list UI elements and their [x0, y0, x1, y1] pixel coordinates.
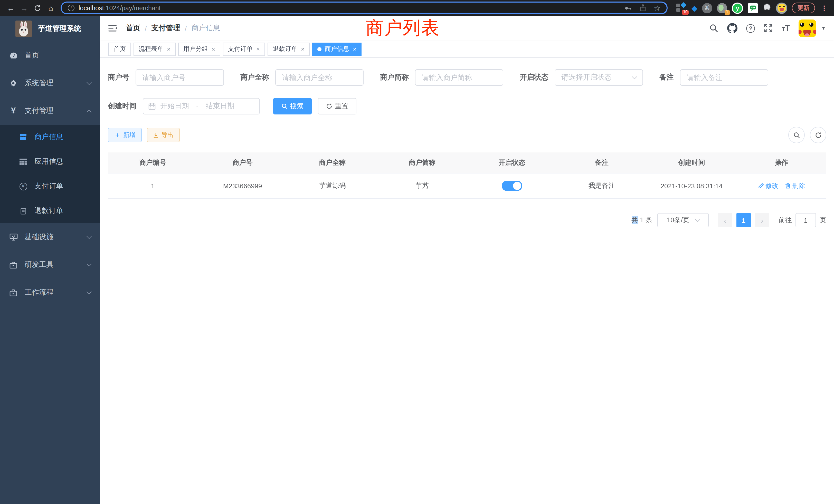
sidebar-item-workflow[interactable]: 工作流程 — [0, 279, 100, 306]
extension-badge: 10 — [682, 9, 689, 15]
next-page-button[interactable]: › — [755, 213, 769, 227]
url-bar[interactable]: i localhost:1024/pay/merchant ☆ — [61, 2, 668, 14]
edit-link[interactable]: 修改 — [758, 181, 778, 190]
tab-pay-order[interactable]: 支付订单× — [223, 42, 265, 56]
tab-home[interactable]: 首页 — [108, 42, 131, 56]
download-icon — [153, 132, 159, 138]
close-icon[interactable]: × — [301, 45, 305, 53]
sidebar-item-home[interactable]: 首页 — [0, 42, 100, 69]
chevron-down-icon — [695, 217, 700, 222]
start-date-placeholder: 开始日期 — [160, 101, 189, 111]
tab-process-form[interactable]: 流程表单× — [133, 42, 176, 56]
show-search-toggle-button[interactable] — [788, 127, 805, 143]
sidebar-item-dev-tools[interactable]: 研发工具 — [0, 251, 100, 279]
close-icon[interactable]: × — [167, 45, 171, 53]
tags-view-bar: 首页 流程表单× 用户分组× 支付订单× 退款订单× 商户信息× — [100, 41, 834, 58]
browser-forward-icon[interactable]: → — [19, 2, 30, 14]
goto-page-input[interactable]: 1 — [795, 213, 816, 227]
extensions-puzzle-icon[interactable] — [763, 4, 771, 12]
merchant-no-input[interactable] — [136, 69, 224, 86]
reset-button[interactable]: 重置 — [318, 98, 356, 114]
remark-input[interactable] — [680, 69, 768, 86]
sidebar-subitem-pay-order[interactable]: ¥ 支付订单 — [0, 174, 100, 199]
browser-chrome: ← → ⌂ i localhost:1024/pay/merchant ☆ — [0, 0, 834, 16]
site-info-icon[interactable]: i — [68, 5, 74, 11]
bookmark-star-icon[interactable]: ☆ — [654, 3, 661, 13]
extension-chat-icon[interactable] — [748, 3, 758, 13]
browser-reload-icon[interactable] — [32, 2, 43, 14]
browser-update-button[interactable]: 更新 — [792, 3, 815, 13]
page-content: 商户号 商户全称 商户简称 — [100, 58, 834, 504]
close-icon[interactable]: × — [212, 45, 215, 53]
prev-page-button[interactable]: ‹ — [718, 213, 732, 227]
toolbox-icon — [9, 261, 18, 269]
sidebar-item-infrastructure[interactable]: 基础设施 — [0, 223, 100, 251]
sidebar-item-label: 首页 — [25, 51, 91, 60]
status-toggle[interactable] — [502, 181, 522, 191]
url-text: localhost:1024/pay/merchant — [79, 4, 161, 12]
dashboard-icon — [9, 51, 18, 60]
chevron-down-icon — [87, 261, 92, 267]
font-size-icon[interactable]: TT — [782, 24, 790, 33]
breadcrumb-home[interactable]: 首页 — [126, 24, 140, 33]
monitor-icon — [9, 233, 18, 241]
browser-back-icon[interactable]: ← — [5, 2, 17, 14]
merchant-table: 商户编号 商户号 商户全称 商户简称 开启状态 备注 创建时间 操作 1 M23… — [108, 153, 826, 199]
refresh-table-button[interactable] — [810, 127, 826, 143]
extension-y-icon[interactable]: y — [732, 2, 743, 14]
current-page-button[interactable]: 1 — [737, 213, 751, 227]
fullscreen-icon[interactable] — [764, 24, 773, 33]
share-icon[interactable] — [639, 4, 646, 12]
status-select[interactable]: 请选择开启状态 — [555, 69, 643, 86]
browser-profile-avatar[interactable] — [776, 2, 787, 14]
yen-icon: ¥ — [9, 106, 18, 116]
cell-remark: 我是备注 — [557, 174, 647, 198]
merchant-name-input[interactable] — [275, 69, 364, 86]
breadcrumb-payment[interactable]: 支付管理 — [152, 24, 180, 33]
extension-widget-icon[interactable]: 10 — [677, 3, 687, 13]
sidebar-subitem-label: 支付订单 — [35, 182, 63, 191]
tab-merchant-info[interactable]: 商户信息× — [312, 42, 361, 56]
goto-label: 前往 — [778, 215, 792, 225]
sidebar-item-payment[interactable]: ¥ 支付管理 — [0, 97, 100, 125]
export-button[interactable]: 导出 — [147, 128, 180, 142]
short-name-input[interactable] — [415, 69, 503, 86]
header-search-icon[interactable] — [709, 24, 719, 33]
extension-gem-icon[interactable]: ◆ — [692, 4, 697, 12]
sidebar-subitem-merchant-info[interactable]: 商户信息 — [0, 125, 100, 150]
close-icon[interactable]: × — [256, 45, 260, 53]
sidebar-logo[interactable]: 芋道管理系统 — [0, 16, 100, 42]
trash-icon — [785, 183, 791, 189]
top-navbar: 首页 / 支付管理 / 商户信息 — [100, 16, 834, 41]
browser-menu-icon[interactable]: ⋮ — [820, 4, 829, 12]
date-range-input[interactable]: 开始日期 - 结束日期 — [143, 98, 260, 114]
extension-command-icon[interactable]: ⌘ — [702, 3, 712, 13]
sidebar-item-system[interactable]: 系统管理 — [0, 69, 100, 97]
sidebar-collapse-icon[interactable] — [108, 24, 117, 32]
browser-home-icon[interactable]: ⌂ — [45, 2, 57, 14]
breadcrumb: 首页 / 支付管理 / 商户信息 — [126, 24, 220, 33]
avatar-caret-icon[interactable]: ▼ — [821, 26, 826, 31]
add-button[interactable]: ＋ 新增 — [108, 128, 142, 142]
page-size-select[interactable]: 10条/页 — [657, 213, 709, 227]
close-icon[interactable]: × — [353, 45, 356, 53]
extension-profile-icon[interactable]: 1 — [717, 3, 727, 13]
toolbox-icon — [9, 289, 18, 296]
viewport: ← → ⌂ i localhost:1024/pay/merchant ☆ — [0, 0, 834, 504]
search-button[interactable]: 搜索 — [273, 98, 312, 114]
sidebar-subitem-app-info[interactable]: 应用信息 — [0, 150, 100, 174]
sidebar-item-label: 支付管理 — [25, 106, 87, 115]
sidebar-subitem-label: 退款订单 — [35, 206, 63, 215]
tab-user-group[interactable]: 用户分组× — [178, 42, 220, 56]
password-key-icon[interactable] — [624, 4, 632, 12]
user-avatar[interactable] — [798, 20, 816, 37]
github-icon[interactable] — [727, 23, 738, 33]
annotation-merchant-list: 商户列表 — [366, 16, 440, 40]
help-icon[interactable]: ? — [746, 24, 755, 32]
tab-refund-order[interactable]: 退款订单× — [267, 42, 310, 56]
sidebar-subitem-refund-order[interactable]: 退款订单 — [0, 199, 100, 223]
pagination: 共 1 条 10条/页 ‹ 1 › 前往 1 页 — [108, 213, 826, 227]
delete-link[interactable]: 删除 — [785, 181, 805, 190]
cell-merchant-id: 1 — [108, 174, 198, 198]
refresh-icon — [326, 103, 332, 109]
